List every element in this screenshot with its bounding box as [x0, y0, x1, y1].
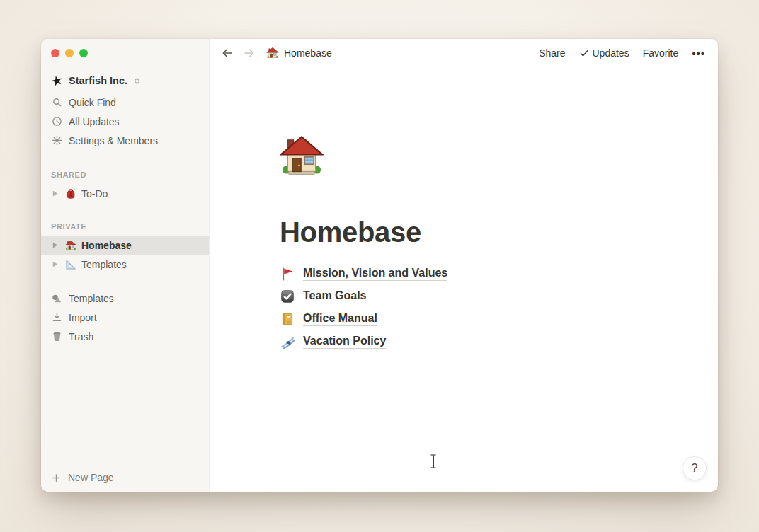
minimize-window-button[interactable] — [65, 49, 74, 57]
sidebar-item-label: Quick Find — [69, 97, 116, 108]
window-controls — [41, 39, 209, 57]
section-title: PRIVATE — [41, 220, 209, 233]
help-label: ? — [692, 462, 698, 475]
sidebar-page-label: Templates — [81, 259, 127, 270]
sidebar-item-templates-tool[interactable]: Templates — [41, 289, 209, 308]
updates-button[interactable]: Updates — [579, 47, 629, 59]
notion-app-window: Starfish Inc. Quick Find All Updates — [41, 39, 718, 492]
sidebar-section-private: PRIVATE Homebase — [41, 220, 209, 274]
plus-icon — [51, 473, 62, 483]
sidebar-item-import[interactable]: Import — [41, 308, 209, 327]
page-link-team-goals[interactable]: Team Goals — [280, 285, 718, 308]
search-icon — [51, 97, 62, 108]
check-box-emoji-icon — [280, 289, 295, 303]
sidebar-item-label: All Updates — [69, 116, 120, 127]
sidebar-item-label: Settings & Members — [69, 135, 158, 146]
sidebar-item-label: Trash — [69, 331, 93, 342]
page-link-label: Vacation Policy — [303, 335, 386, 349]
chevron-up-down-icon — [133, 76, 141, 86]
backpack-emoji-icon — [64, 188, 77, 200]
sidebar-item-label: Import — [69, 312, 97, 323]
house-emoji-icon[interactable] — [280, 134, 324, 178]
sidebar-tools: Templates Import Trash — [41, 289, 209, 346]
gear-icon — [51, 135, 62, 146]
page-link-list: Mission, Vision and Values Team Goals Of… — [280, 262, 718, 353]
sidebar-item-quick-find[interactable]: Quick Find — [41, 93, 209, 112]
workspace-switcher[interactable]: Starfish Inc. — [41, 71, 209, 91]
page-link-label: Office Manual — [303, 312, 377, 326]
page-link-mission-vision-values[interactable]: Mission, Vision and Values — [280, 262, 718, 285]
import-icon — [51, 312, 62, 323]
sidebar-page-label: Homebase — [81, 240, 132, 251]
favorite-label: Favorite — [643, 47, 679, 59]
breadcrumb-label: Homebase — [284, 47, 332, 59]
sidebar-item-homebase[interactable]: Homebase — [41, 236, 209, 255]
desktop-background: { "colors": { "sidebar_bg": "#f7f6f3", "… — [0, 0, 759, 532]
page-link-office-manual[interactable]: Office Manual — [280, 308, 718, 330]
trash-icon — [51, 331, 62, 342]
section-title: SHARED — [41, 168, 209, 181]
share-label: Share — [539, 47, 565, 59]
sidebar-item-templates-page[interactable]: Templates — [41, 255, 209, 274]
page-title[interactable]: Homebase — [280, 215, 718, 249]
sidebar-item-trash[interactable]: Trash — [41, 327, 209, 346]
workspace-name: Starfish Inc. — [69, 75, 127, 86]
updates-label: Updates — [593, 47, 629, 59]
sidebar-page-label: To-Do — [81, 188, 108, 200]
sidebar: Starfish Inc. Quick Find All Updates — [41, 39, 210, 492]
house-emoji-icon — [64, 240, 77, 251]
sidebar-section-shared: SHARED To-Do — [41, 168, 209, 203]
page-content[interactable]: Homebase Mission, Vision and Values Team… — [210, 67, 718, 492]
page-link-label: Mission, Vision and Values — [303, 267, 447, 281]
skis-emoji-icon — [280, 335, 295, 349]
shapes-icon — [51, 293, 62, 304]
forward-arrow-icon[interactable] — [243, 47, 256, 59]
clock-icon — [51, 116, 62, 127]
sidebar-item-label: Templates — [69, 293, 114, 304]
favorite-button[interactable]: Favorite — [643, 47, 679, 59]
close-window-button[interactable] — [51, 49, 59, 57]
new-page-label: New Page — [68, 472, 114, 483]
sidebar-item-settings-members[interactable]: Settings & Members — [41, 131, 209, 150]
zoom-window-button[interactable] — [79, 49, 88, 57]
more-options-button[interactable]: ••• — [692, 47, 705, 59]
page-link-label: Team Goals — [303, 289, 367, 303]
share-button[interactable]: Share — [539, 47, 565, 59]
new-page-button[interactable]: New Page — [41, 463, 209, 492]
sidebar-nav: Quick Find All Updates Settings & Member… — [41, 93, 209, 150]
house-emoji-icon — [266, 47, 279, 59]
sidebar-item-to-do[interactable]: To-Do — [41, 184, 209, 203]
topbar: Homebase Share Updates Favorite ••• — [210, 39, 718, 67]
back-arrow-icon[interactable] — [221, 47, 234, 59]
help-button[interactable]: ? — [683, 456, 707, 480]
main-panel: Homebase Share Updates Favorite ••• Home… — [210, 39, 718, 492]
text-cursor-ibeam — [429, 453, 438, 469]
sidebar-item-all-updates[interactable]: All Updates — [41, 112, 209, 131]
triangular-ruler-emoji-icon — [64, 259, 77, 270]
breadcrumb[interactable]: Homebase — [266, 47, 332, 59]
starfish-icon — [51, 75, 63, 87]
chevron-right-icon[interactable] — [52, 260, 60, 268]
checkmark-icon — [579, 48, 589, 58]
chevron-right-icon[interactable] — [52, 190, 60, 197]
page-link-vacation-policy[interactable]: Vacation Policy — [280, 330, 718, 353]
triangular-flag-emoji-icon — [280, 267, 295, 282]
chevron-right-icon[interactable] — [52, 241, 60, 249]
ledger-emoji-icon — [280, 312, 295, 326]
